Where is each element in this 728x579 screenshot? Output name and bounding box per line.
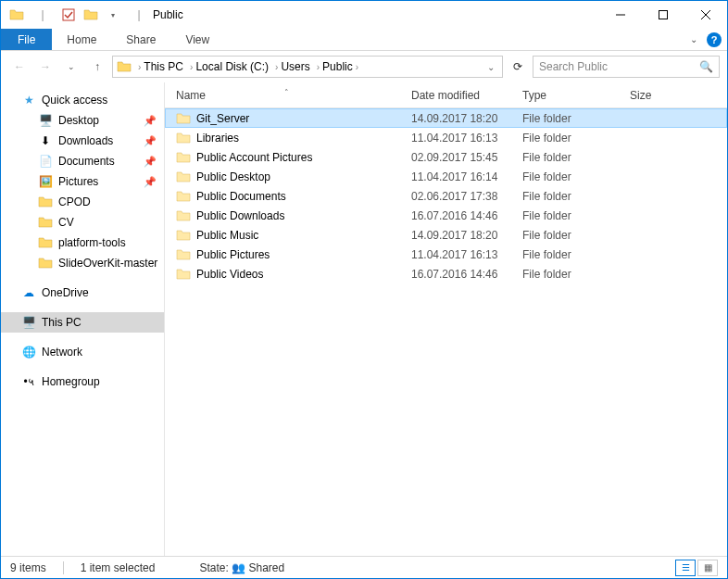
folder-icon: [117, 59, 132, 74]
folder-icon: [176, 111, 191, 126]
help-icon[interactable]: ?: [707, 32, 722, 47]
file-name: Public Account Pictures: [196, 151, 312, 164]
table-row[interactable]: Public Documents02.06.2017 17:38File fol…: [165, 186, 727, 206]
table-row[interactable]: Public Downloads16.07.2016 14:46File fol…: [165, 206, 727, 225]
file-name: Public Videos: [196, 268, 264, 281]
address-dropdown-icon[interactable]: ⌄: [483, 62, 498, 72]
statusbar: 9 items 1 item selected State: 👥 Shared …: [1, 556, 727, 578]
folder-icon: [176, 131, 191, 145]
table-row[interactable]: Public Account Pictures02.09.2017 15:45F…: [165, 147, 727, 167]
column-date[interactable]: Date modified: [404, 89, 515, 102]
status-state: State: 👥 Shared: [199, 561, 284, 574]
sidebar-item[interactable]: CV: [1, 212, 164, 233]
file-name: Public Pictures: [196, 248, 270, 261]
view-details-button[interactable]: ☰: [675, 560, 696, 576]
table-row[interactable]: Libraries11.04.2017 16:13File folder: [165, 128, 727, 147]
svg-rect-2: [659, 11, 668, 19]
homegroup[interactable]: •५ Homegroup: [1, 371, 164, 392]
search-input[interactable]: [539, 60, 699, 73]
tab-home[interactable]: Home: [52, 29, 111, 50]
file-type: File folder: [515, 132, 622, 145]
table-row[interactable]: Public Videos16.07.2016 14:46File folder: [165, 264, 727, 283]
file-type: File folder: [515, 190, 622, 203]
sidebar-item-label: Desktop: [58, 114, 99, 127]
back-button[interactable]: ←: [8, 56, 31, 78]
file-type: File folder: [515, 209, 622, 222]
up-button[interactable]: ↑: [86, 56, 108, 78]
column-name[interactable]: Name˄: [169, 89, 404, 102]
sidebar-item-label: Pictures: [58, 175, 98, 188]
sidebar-item[interactable]: 🖥️Desktop📌: [1, 110, 164, 131]
sidebar-item[interactable]: platform-tools: [1, 233, 164, 253]
file-name: Public Music: [196, 229, 258, 242]
quick-access[interactable]: ★ Quick access: [1, 90, 164, 110]
recent-dropdown[interactable]: ⌄: [60, 56, 82, 78]
view-large-button[interactable]: ▦: [697, 560, 718, 576]
navigation-pane[interactable]: ★ Quick access 🖥️Desktop📌⬇Downloads📌📄Doc…: [1, 82, 165, 556]
folder-icon: [38, 215, 53, 230]
column-type[interactable]: Type: [515, 89, 622, 102]
column-size[interactable]: Size: [622, 89, 687, 102]
folder-icon: [176, 267, 191, 282]
table-row[interactable]: Public Music14.09.2017 18:20File folder: [165, 225, 727, 245]
file-date: 02.09.2017 15:45: [404, 151, 515, 164]
search-box[interactable]: 🔍: [533, 56, 720, 78]
address-bar[interactable]: ›This PC ›Local Disk (C:) ›Users ›Public…: [112, 56, 503, 78]
pin-icon: 📌: [144, 156, 157, 168]
this-pc[interactable]: 🖥️ This PC: [1, 312, 164, 333]
forward-button[interactable]: →: [34, 56, 56, 78]
file-list[interactable]: Git_Server14.09.2017 18:20File folderLib…: [165, 108, 727, 556]
file-type: File folder: [515, 170, 622, 183]
cloud-icon: ☁: [21, 285, 36, 300]
star-icon: ★: [21, 93, 36, 107]
close-button[interactable]: [684, 1, 727, 29]
sidebar-item[interactable]: SlideOverKit-master: [1, 253, 164, 273]
folder-icon: [176, 170, 191, 184]
qat-folder-icon[interactable]: [81, 5, 101, 25]
pin-icon: 📌: [144, 115, 157, 127]
titlebar[interactable]: | ▾ | Public: [1, 1, 727, 29]
minimize-button[interactable]: [599, 1, 642, 29]
breadcrumb[interactable]: ›This PC: [135, 60, 183, 73]
sidebar-item[interactable]: 🖼️Pictures📌: [1, 171, 164, 192]
sidebar-item-label: Documents: [58, 155, 115, 168]
column-headers[interactable]: Name˄ Date modified Type Size: [165, 82, 727, 108]
breadcrumb[interactable]: ›Public›: [314, 60, 361, 73]
breadcrumb[interactable]: ›Users: [272, 60, 310, 73]
network-icon: 🌐: [21, 345, 36, 359]
table-row[interactable]: Public Pictures11.04.2017 16:13File fold…: [165, 245, 727, 264]
sidebar-item-label: SlideOverKit-master: [58, 257, 157, 270]
file-type: File folder: [515, 268, 622, 281]
ribbon-expand-icon[interactable]: ⌄: [690, 34, 697, 44]
network[interactable]: 🌐 Network: [1, 342, 164, 362]
refresh-button[interactable]: ⟳: [507, 56, 529, 78]
table-row[interactable]: Git_Server14.09.2017 18:20File folder: [165, 108, 727, 128]
pc-icon: 🖥️: [21, 315, 36, 330]
qat-dropdown-icon[interactable]: ▾: [103, 5, 123, 25]
file-date: 02.06.2017 17:38: [404, 190, 515, 203]
file-tab[interactable]: File: [1, 29, 52, 50]
sidebar-item-label: CPOD: [58, 195, 91, 208]
folder-icon: [176, 208, 191, 223]
tab-view[interactable]: View: [170, 29, 224, 50]
status-count: 9 items: [10, 561, 46, 574]
table-row[interactable]: Public Desktop11.04.2017 16:14File folde…: [165, 167, 727, 186]
file-date: 16.07.2016 14:46: [404, 268, 515, 281]
sidebar-item[interactable]: ⬇Downloads📌: [1, 131, 164, 151]
folder-icon: [176, 247, 191, 262]
folder-icon: [176, 189, 191, 204]
content-pane: Name˄ Date modified Type Size Git_Server…: [165, 82, 727, 556]
qat-checkbox-icon[interactable]: [58, 5, 79, 25]
tab-share[interactable]: Share: [111, 29, 170, 50]
onedrive[interactable]: ☁ OneDrive: [1, 283, 164, 303]
sort-asc-icon: ˄: [284, 88, 289, 97]
pictures-icon: 🖼️: [38, 174, 53, 189]
downloads-icon: ⬇: [38, 133, 53, 148]
file-name: Public Desktop: [196, 170, 270, 183]
breadcrumb[interactable]: ›Local Disk (C:): [187, 60, 269, 73]
sidebar-item[interactable]: 📄Documents📌: [1, 151, 164, 171]
sidebar-item[interactable]: CPOD: [1, 192, 164, 212]
maximize-button[interactable]: [642, 1, 684, 29]
separator: |: [129, 5, 149, 25]
file-date: 14.09.2017 18:20: [404, 229, 515, 242]
